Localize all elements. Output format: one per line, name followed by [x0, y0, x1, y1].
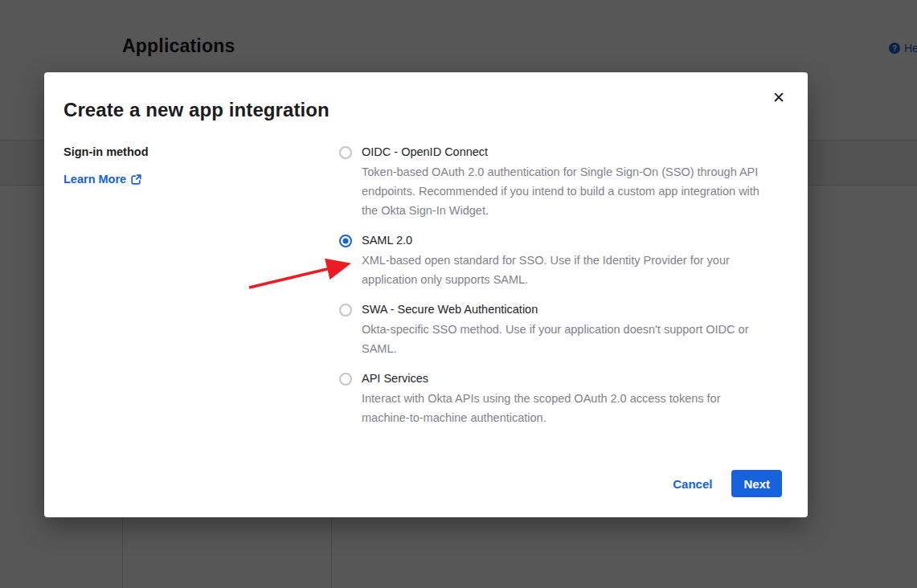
option-label: SWA - Secure Web Authentication — [362, 303, 763, 316]
learn-more-label: Learn More — [63, 173, 126, 186]
modal-footer: Cancel Next — [63, 470, 782, 497]
modal-left-column: Sign-in method Learn More — [63, 145, 339, 470]
sign-in-method-label: Sign-in method — [63, 145, 339, 158]
create-app-integration-modal: ✕ Create a new app integration Sign-in m… — [44, 72, 808, 517]
radio-icon[interactable] — [339, 373, 352, 386]
close-icon[interactable]: ✕ — [769, 87, 788, 108]
external-link-icon — [131, 174, 141, 185]
radio-option-api-services[interactable]: API Services Interact with Okta APIs usi… — [339, 372, 782, 427]
option-description: Interact with Okta APIs using the scoped… — [362, 389, 763, 427]
radio-icon[interactable] — [339, 146, 352, 159]
sign-in-method-radio-group: OIDC - OpenID Connect Token-based OAuth … — [339, 145, 782, 470]
option-label: SAML 2.0 — [362, 234, 763, 247]
radio-icon[interactable] — [339, 304, 352, 316]
radio-option-saml[interactable]: SAML 2.0 XML-based open standard for SSO… — [339, 234, 782, 289]
option-description: XML-based open standard for SSO. Use if … — [362, 251, 763, 289]
option-label: API Services — [362, 372, 763, 385]
cancel-button[interactable]: Cancel — [669, 472, 715, 496]
option-description: Okta-specific SSO method. Use if your ap… — [362, 320, 763, 358]
radio-option-oidc[interactable]: OIDC - OpenID Connect Token-based OAuth … — [339, 145, 782, 220]
radio-option-swa[interactable]: SWA - Secure Web Authentication Okta-spe… — [339, 303, 782, 358]
learn-more-link[interactable]: Learn More — [63, 173, 141, 186]
option-description: Token-based OAuth 2.0 authentication for… — [362, 162, 763, 220]
option-label: OIDC - OpenID Connect — [362, 145, 763, 158]
next-button[interactable]: Next — [731, 470, 782, 497]
modal-body: Sign-in method Learn More OIDC - OpenID … — [63, 145, 782, 470]
annotation-arrow — [239, 254, 368, 298]
modal-title: Create a new app integration — [63, 99, 782, 121]
radio-icon-selected[interactable] — [339, 235, 352, 247]
